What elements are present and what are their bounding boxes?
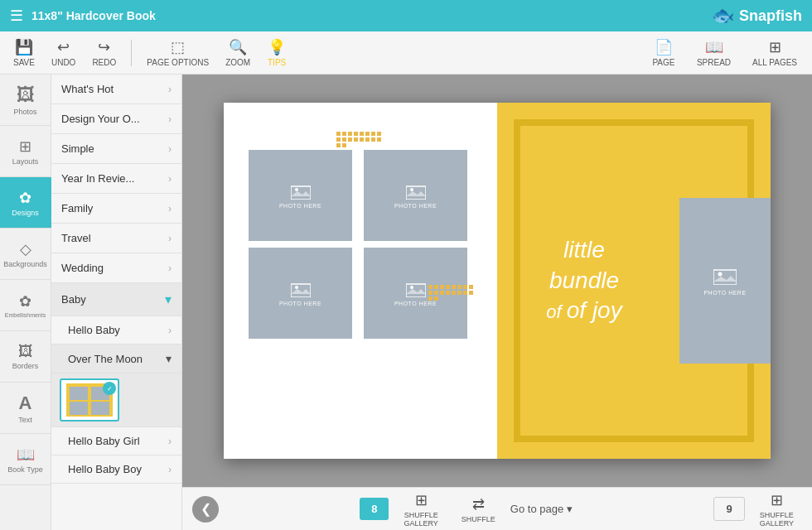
hamburger-icon[interactable]: ☰ <box>10 7 23 25</box>
next-page-num: 9 <box>726 503 732 515</box>
sidebar-item-family[interactable]: Family › <box>51 194 181 224</box>
svg-rect-1 <box>70 387 88 400</box>
chevron-right-icon: › <box>168 84 172 95</box>
selected-badge: ✓ <box>103 382 116 395</box>
sidebar-item-travel[interactable]: Travel › <box>51 224 181 253</box>
sidebar-item-wedding[interactable]: Wedding › <box>51 253 181 283</box>
shuffle-icon: ⇄ <box>472 495 485 513</box>
photo-grid: PHOTO HERE PHOTO HERE PHOTO HERE <box>249 150 472 339</box>
sidebar-subitem-hello-baby[interactable]: Hello Baby › <box>51 316 181 344</box>
sidebar-item-baby[interactable]: Baby ▾ <box>51 283 181 316</box>
page-view-button[interactable]: 📄 PAGE <box>644 35 684 70</box>
text-icon: A <box>19 393 32 414</box>
svg-rect-5 <box>291 186 311 200</box>
chevron-right-icon: › <box>168 464 172 475</box>
toolbar-separator <box>131 40 132 66</box>
sidebar-item-year-in-review[interactable]: Year In Revie... › <box>51 164 181 194</box>
sidebar-icons: 🖼 Photos ⊞ Layouts ✿ Designs ◇ Backgroun… <box>0 75 51 530</box>
svg-rect-4 <box>91 402 109 415</box>
book-title: 11x8" Hardcover Book <box>31 9 156 22</box>
redo-button[interactable]: ↪ REDO <box>85 35 123 70</box>
toolbar: 💾 SAVE ↩ UNDO ↪ REDO ⬚ PAGE OPTIONS 🔍 ZO… <box>0 31 812 75</box>
bottom-center: 8 ⊞ SHUFFLEGALLERY ⇄ SHUFFLE Go to page … <box>360 488 573 531</box>
sidebar-item-whats-hot[interactable]: What's Hot › <box>51 75 181 104</box>
text-bundle: bundle <box>546 266 621 296</box>
thumbnail-gallery: ✓ <box>51 373 181 427</box>
snapfish-name: Snapfish <box>739 7 802 25</box>
prev-page-button[interactable]: ❮ <box>192 496 219 523</box>
sidebar-item-text[interactable]: A Text <box>0 383 51 434</box>
right-page-text-area: little bundle of of joy <box>497 103 671 459</box>
spread-view-button[interactable]: 📖 SPREAD <box>689 35 739 70</box>
photo-label: PHOTO HERE <box>394 301 437 306</box>
sidebar-item-photos[interactable]: 🖼 Photos <box>0 75 51 126</box>
layouts-icon: ⊞ <box>19 137 31 156</box>
save-button[interactable]: 💾 SAVE <box>7 35 41 70</box>
photo-cell-3[interactable]: PHOTO HERE <box>249 248 352 339</box>
chevron-right-icon: › <box>168 203 172 214</box>
shuffle-gallery-icon: ⊞ <box>415 491 428 509</box>
next-page-number[interactable]: 9 <box>713 497 744 521</box>
svg-point-10 <box>295 286 298 289</box>
chevron-right-icon: › <box>168 173 172 185</box>
current-page-num: 8 <box>371 503 377 515</box>
photo-label: PHOTO HERE <box>394 203 437 209</box>
deco-dots-top <box>336 132 384 147</box>
sidebar-subitem-hello-baby-boy[interactable]: Hello Baby Boy › <box>51 455 181 484</box>
shuffle-label: SHUFFLE <box>462 515 495 523</box>
sidebar-item-simple[interactable]: Simple › <box>51 134 181 164</box>
left-page-inner: PHOTO HERE PHOTO HERE PHOTO HERE <box>240 123 481 438</box>
borders-icon: 🖼 <box>18 343 33 360</box>
shuffle-gallery-right-button[interactable]: ⊞ SHUFFLEGALLERY <box>752 488 802 531</box>
header-left: ☰ 11x8" Hardcover Book <box>10 7 156 25</box>
sidebar-content: What's Hot › Design Your O... › Simple ›… <box>51 75 181 530</box>
bottom-bar: ❮ 8 ⊞ SHUFFLEGALLERY ⇄ SHUFFLE Go to pag… <box>182 487 812 530</box>
chevron-right-icon: › <box>168 143 172 155</box>
photo-label: PHOTO HERE <box>279 301 321 306</box>
chevron-down-icon: ▾ <box>165 292 172 307</box>
text-little: little <box>546 235 621 265</box>
sidebar-item-design-your-own[interactable]: Design Your O... › <box>51 104 181 134</box>
shuffle-gallery-button[interactable]: ⊞ SHUFFLEGALLERY <box>395 488 446 531</box>
shuffle-button[interactable]: ⇄ SHUFFLE <box>453 492 504 527</box>
undo-button[interactable]: ↩ UNDO <box>45 35 82 70</box>
design-thumbnail[interactable]: ✓ <box>60 378 119 422</box>
chevron-right-icon: › <box>168 263 172 274</box>
designs-icon: ✿ <box>19 189 31 207</box>
book-spread: PHOTO HERE PHOTO HERE PHOTO HERE <box>224 103 771 459</box>
backgrounds-icon: ◇ <box>20 240 31 258</box>
photo-cell-1[interactable]: PHOTO HERE <box>249 150 352 241</box>
sidebar-item-designs[interactable]: ✿ Designs <box>0 177 51 229</box>
sidebar-item-embellishments[interactable]: ✿ Embellishments <box>0 280 51 331</box>
tips-icon: 💡 <box>268 38 286 56</box>
undo-icon: ↩ <box>57 38 70 56</box>
svg-rect-11 <box>406 284 426 297</box>
sidebar: 🖼 Photos ⊞ Layouts ✿ Designs ◇ Backgroun… <box>0 75 182 530</box>
right-photo-label: PHOTO HERE <box>703 290 746 296</box>
tips-button[interactable]: 💡 TIPS <box>260 35 293 70</box>
fish-icon: 🐟 <box>712 5 734 26</box>
svg-rect-9 <box>291 284 311 297</box>
photo-cell-2[interactable]: PHOTO HERE <box>364 150 467 241</box>
sidebar-item-layouts[interactable]: ⊞ Layouts <box>0 126 51 177</box>
svg-point-6 <box>295 188 298 191</box>
sidebar-item-booktype[interactable]: 📖 Book Type <box>0 434 51 485</box>
go-to-page-button[interactable]: Go to page ▾ <box>510 503 573 515</box>
sidebar-item-backgrounds[interactable]: ◇ Backgrounds <box>0 229 51 280</box>
sidebar-subitem-over-the-moon[interactable]: Over The Moon ▾ <box>51 344 181 373</box>
all-pages-icon: ⊞ <box>769 38 781 56</box>
canvas-area: PHOTO HERE PHOTO HERE PHOTO HERE <box>182 75 812 530</box>
current-page-button[interactable]: 8 <box>360 498 389 520</box>
right-page-photo[interactable]: PHOTO HERE <box>679 198 771 364</box>
sidebar-subitem-hello-baby-girl[interactable]: Hello Baby Girl › <box>51 427 181 455</box>
zoom-icon: 🔍 <box>229 38 247 56</box>
zoom-button[interactable]: 🔍 ZOOM <box>219 35 257 70</box>
all-pages-button[interactable]: ⊞ ALL PAGES <box>744 35 805 70</box>
book-right-page: little bundle of of joy PHOTO HERE <box>497 103 771 459</box>
page-options-button[interactable]: ⬚ PAGE OPTIONS <box>140 35 215 70</box>
chevron-right-icon: › <box>168 436 172 447</box>
sidebar-item-borders[interactable]: 🖼 Borders <box>0 331 51 383</box>
top-header: ☰ 11x8" Hardcover Book 🐟 Snapfish <box>0 0 812 31</box>
svg-point-12 <box>410 286 413 289</box>
svg-point-14 <box>718 272 723 276</box>
